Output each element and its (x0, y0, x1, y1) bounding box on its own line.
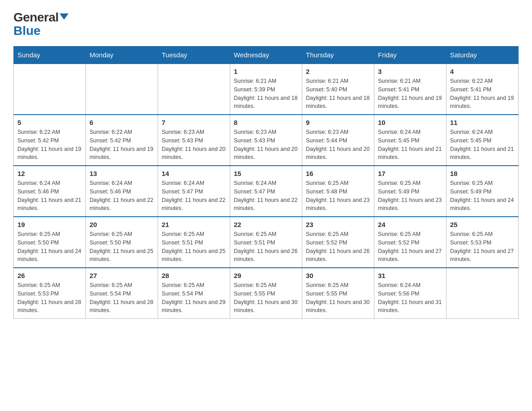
day-number: 4 (450, 68, 515, 75)
day-info: Sunrise: 6:25 AMSunset: 5:54 PMDaylight:… (90, 281, 154, 315)
weekday-header-thursday: Thursday (302, 47, 374, 64)
calendar-cell: 7Sunrise: 6:23 AMSunset: 5:43 PMDaylight… (158, 115, 230, 166)
day-number: 26 (17, 272, 82, 279)
day-info: Sunrise: 6:24 AMSunset: 5:45 PMDaylight:… (378, 128, 442, 162)
day-info: Sunrise: 6:25 AMSunset: 5:49 PMDaylight:… (450, 179, 515, 213)
weekday-header-saturday: Saturday (446, 47, 519, 64)
day-info: Sunrise: 6:23 AMSunset: 5:43 PMDaylight:… (162, 128, 226, 162)
calendar-cell: 14Sunrise: 6:24 AMSunset: 5:47 PMDayligh… (158, 166, 230, 217)
day-info: Sunrise: 6:25 AMSunset: 5:51 PMDaylight:… (234, 230, 298, 264)
day-number: 31 (378, 272, 442, 279)
day-number: 25 (450, 221, 515, 228)
calendar-cell: 26Sunrise: 6:25 AMSunset: 5:53 PMDayligh… (14, 268, 86, 319)
calendar-cell: 25Sunrise: 6:25 AMSunset: 5:53 PMDayligh… (446, 217, 519, 268)
day-number: 12 (17, 170, 82, 177)
day-info: Sunrise: 6:25 AMSunset: 5:55 PMDaylight:… (306, 281, 370, 315)
day-info: Sunrise: 6:24 AMSunset: 5:56 PMDaylight:… (378, 281, 442, 315)
calendar-cell: 31Sunrise: 6:24 AMSunset: 5:56 PMDayligh… (374, 268, 446, 319)
calendar-cell: 29Sunrise: 6:25 AMSunset: 5:55 PMDayligh… (230, 268, 302, 319)
weekday-header-wednesday: Wednesday (230, 47, 302, 64)
day-number: 24 (378, 221, 442, 228)
day-number: 29 (234, 272, 298, 279)
calendar-cell: 17Sunrise: 6:25 AMSunset: 5:49 PMDayligh… (374, 166, 446, 217)
calendar-cell: 11Sunrise: 6:24 AMSunset: 5:45 PMDayligh… (446, 115, 519, 166)
calendar-cell (86, 64, 158, 115)
day-info: Sunrise: 6:25 AMSunset: 5:55 PMDaylight:… (234, 281, 298, 315)
day-number: 9 (306, 119, 370, 126)
day-info: Sunrise: 6:24 AMSunset: 5:47 PMDaylight:… (162, 179, 226, 213)
calendar-cell: 23Sunrise: 6:25 AMSunset: 5:52 PMDayligh… (302, 217, 374, 268)
day-info: Sunrise: 6:25 AMSunset: 5:49 PMDaylight:… (378, 179, 442, 213)
calendar-cell: 1Sunrise: 6:21 AMSunset: 5:39 PMDaylight… (230, 64, 302, 115)
day-number: 28 (162, 272, 226, 279)
day-number: 8 (234, 119, 298, 126)
calendar-cell: 4Sunrise: 6:22 AMSunset: 5:41 PMDaylight… (446, 64, 519, 115)
calendar-cell: 9Sunrise: 6:23 AMSunset: 5:44 PMDaylight… (302, 115, 374, 166)
weekday-header-sunday: Sunday (14, 47, 86, 64)
day-info: Sunrise: 6:24 AMSunset: 5:47 PMDaylight:… (234, 179, 298, 213)
calendar-cell: 24Sunrise: 6:25 AMSunset: 5:52 PMDayligh… (374, 217, 446, 268)
logo-general-text: General (13, 11, 69, 24)
calendar-cell: 2Sunrise: 6:21 AMSunset: 5:40 PMDaylight… (302, 64, 374, 115)
calendar-cell: 18Sunrise: 6:25 AMSunset: 5:49 PMDayligh… (446, 166, 519, 217)
day-info: Sunrise: 6:21 AMSunset: 5:40 PMDaylight:… (306, 77, 370, 111)
day-number: 14 (162, 170, 226, 177)
calendar-cell (446, 268, 519, 319)
day-number: 19 (17, 221, 82, 228)
weekday-header-monday: Monday (86, 47, 158, 64)
calendar-week-1: 1Sunrise: 6:21 AMSunset: 5:39 PMDaylight… (14, 64, 519, 115)
calendar-week-2: 5Sunrise: 6:22 AMSunset: 5:42 PMDaylight… (14, 115, 519, 166)
calendar-cell: 16Sunrise: 6:25 AMSunset: 5:48 PMDayligh… (302, 166, 374, 217)
calendar-week-5: 26Sunrise: 6:25 AMSunset: 5:53 PMDayligh… (14, 268, 519, 319)
day-number: 20 (90, 221, 154, 228)
day-number: 23 (306, 221, 370, 228)
day-number: 11 (450, 119, 515, 126)
calendar-cell: 28Sunrise: 6:25 AMSunset: 5:54 PMDayligh… (158, 268, 230, 319)
day-info: Sunrise: 6:23 AMSunset: 5:43 PMDaylight:… (234, 128, 298, 162)
day-number: 7 (162, 119, 226, 126)
calendar-cell (158, 64, 230, 115)
day-info: Sunrise: 6:25 AMSunset: 5:52 PMDaylight:… (378, 230, 442, 264)
day-number: 15 (234, 170, 298, 177)
calendar-cell: 6Sunrise: 6:22 AMSunset: 5:42 PMDaylight… (86, 115, 158, 166)
day-number: 27 (90, 272, 154, 279)
calendar-cell: 12Sunrise: 6:24 AMSunset: 5:46 PMDayligh… (14, 166, 86, 217)
logo: General Blue (13, 9, 69, 37)
day-number: 22 (234, 221, 298, 228)
day-number: 16 (306, 170, 370, 177)
day-info: Sunrise: 6:24 AMSunset: 5:46 PMDaylight:… (17, 179, 82, 213)
day-info: Sunrise: 6:25 AMSunset: 5:50 PMDaylight:… (17, 230, 82, 264)
day-number: 30 (306, 272, 370, 279)
day-number: 5 (17, 119, 82, 126)
logo-arrow-icon (60, 13, 69, 20)
logo-blue-text: Blue (13, 25, 41, 37)
day-info: Sunrise: 6:25 AMSunset: 5:51 PMDaylight:… (162, 230, 226, 264)
calendar-table: SundayMondayTuesdayWednesdayThursdayFrid… (13, 46, 519, 319)
day-number: 18 (450, 170, 515, 177)
calendar-week-4: 19Sunrise: 6:25 AMSunset: 5:50 PMDayligh… (14, 217, 519, 268)
day-info: Sunrise: 6:23 AMSunset: 5:44 PMDaylight:… (306, 128, 370, 162)
day-info: Sunrise: 6:24 AMSunset: 5:45 PMDaylight:… (450, 128, 515, 162)
calendar-header-row: SundayMondayTuesdayWednesdayThursdayFrid… (14, 47, 519, 64)
page-header: General Blue (13, 9, 519, 37)
calendar-cell: 5Sunrise: 6:22 AMSunset: 5:42 PMDaylight… (14, 115, 86, 166)
day-number: 10 (378, 119, 442, 126)
calendar-cell: 15Sunrise: 6:24 AMSunset: 5:47 PMDayligh… (230, 166, 302, 217)
calendar-cell: 30Sunrise: 6:25 AMSunset: 5:55 PMDayligh… (302, 268, 374, 319)
calendar-cell: 3Sunrise: 6:21 AMSunset: 5:41 PMDaylight… (374, 64, 446, 115)
day-number: 21 (162, 221, 226, 228)
day-info: Sunrise: 6:25 AMSunset: 5:53 PMDaylight:… (17, 281, 82, 315)
weekday-header-friday: Friday (374, 47, 446, 64)
calendar-cell: 22Sunrise: 6:25 AMSunset: 5:51 PMDayligh… (230, 217, 302, 268)
calendar-cell: 13Sunrise: 6:24 AMSunset: 5:46 PMDayligh… (86, 166, 158, 217)
day-info: Sunrise: 6:22 AMSunset: 5:41 PMDaylight:… (450, 77, 515, 111)
calendar-week-3: 12Sunrise: 6:24 AMSunset: 5:46 PMDayligh… (14, 166, 519, 217)
calendar-cell: 8Sunrise: 6:23 AMSunset: 5:43 PMDaylight… (230, 115, 302, 166)
day-info: Sunrise: 6:21 AMSunset: 5:41 PMDaylight:… (378, 77, 442, 111)
calendar-cell (14, 64, 86, 115)
day-info: Sunrise: 6:25 AMSunset: 5:50 PMDaylight:… (90, 230, 154, 264)
day-info: Sunrise: 6:21 AMSunset: 5:39 PMDaylight:… (234, 77, 298, 111)
day-info: Sunrise: 6:25 AMSunset: 5:48 PMDaylight:… (306, 179, 370, 213)
day-info: Sunrise: 6:22 AMSunset: 5:42 PMDaylight:… (90, 128, 154, 162)
calendar-cell: 19Sunrise: 6:25 AMSunset: 5:50 PMDayligh… (14, 217, 86, 268)
